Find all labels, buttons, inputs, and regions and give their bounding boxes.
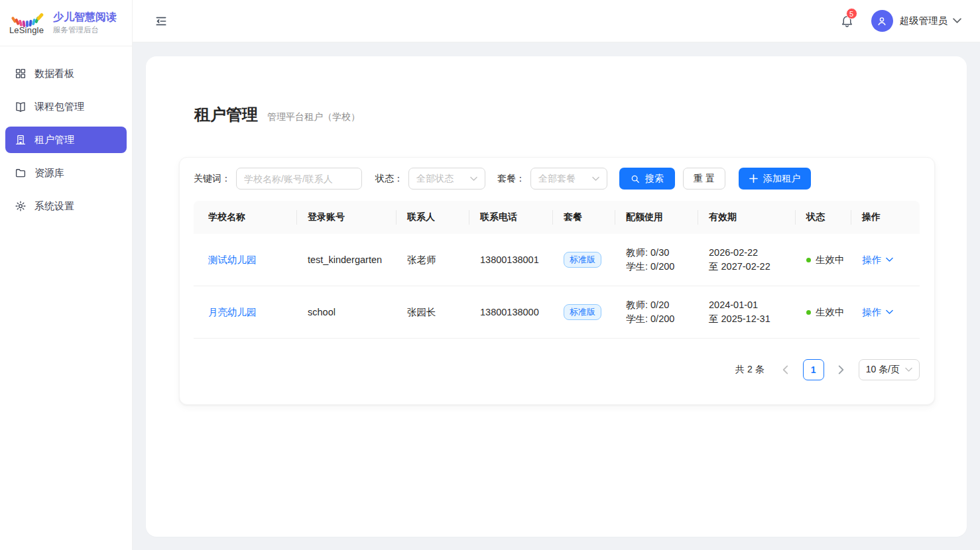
brand-text: 少儿智慧阅读 服务管理后台 [53,11,117,35]
col-plan: 套餐 [553,201,615,234]
contact-cell: 张老师 [397,234,469,286]
folder-icon [15,167,27,179]
col-validity: 有效期 [698,201,796,234]
book-icon [15,101,27,113]
building-icon [15,134,27,146]
validity-cell: 2026-02-22 至 2027-02-22 [698,234,796,286]
phone-cell: 13800138001 [469,234,553,286]
brand-logo: LeSingle 少儿智慧阅读 服务管理后台 [0,0,132,46]
table-row: 月亮幼儿园 school 张园长 13800138000 标准版 教师: 0/2… [194,286,920,339]
sidebar-item-label: 课程包管理 [34,101,84,113]
page-title: 租户管理 [194,104,258,125]
school-link[interactable]: 月亮幼儿园 [208,307,257,317]
school-link[interactable]: 测试幼儿园 [208,254,257,265]
sidebar-collapse-icon[interactable] [154,15,168,28]
notification-bell-icon[interactable]: 5 [840,14,854,28]
reset-button[interactable]: 重 置 [683,168,725,190]
sidebar-item-label: 资源库 [34,167,64,180]
col-actions: 操作 [851,201,920,234]
status-dot [806,258,811,262]
col-school: 学校名称 [194,201,297,234]
sidebar-item-label: 租户管理 [34,134,74,146]
quota-cell: 教师: 0/20 学生: 0/200 [615,286,698,339]
chevron-down-icon [905,367,912,372]
status-cell: 生效中 [796,286,851,339]
col-quota: 配额使用 [615,201,698,234]
page-size-value: 10 条/页 [866,364,900,376]
plan-badge: 标准版 [564,252,601,268]
contact-cell: 张园长 [397,286,469,339]
sidebar-item-resources[interactable]: 资源库 [5,160,127,186]
phone-cell: 13800138000 [469,286,553,339]
brand-subtitle: 服务管理后台 [53,25,117,35]
page-subtitle: 管理平台租户（学校） [267,111,360,123]
row-actions-dropdown[interactable]: 操作 [862,305,893,319]
topbar: 5 超级管理员 [133,0,980,42]
topbar-right: 5 超级管理员 [840,10,962,32]
chevron-down-icon [886,257,893,262]
keyword-input[interactable] [236,168,362,190]
validity-cell: 2024-01-01 至 2025-12-31 [698,286,796,339]
status-dot [806,310,811,315]
chevron-down-icon[interactable] [953,18,961,24]
col-phone: 联系电话 [469,201,553,234]
sidebar-item-course-packages[interactable]: 课程包管理 [5,93,127,120]
table-row: 测试幼儿园 test_kindergarten 张老师 13800138001 … [194,234,920,286]
chevron-down-icon [470,176,477,182]
tenant-panel: 关键词： 状态： 全部状态 套餐： 全部套餐 [179,157,935,405]
sidebar-menu: 数据看板 课程包管理 租户管理 资源库 [0,46,132,219]
tenant-table: 学校名称 登录账号 联系人 联系电话 套餐 配额使用 有效期 状态 操作 [194,201,920,339]
search-button[interactable]: 搜索 [619,168,675,190]
plan-label: 套餐： [497,173,525,185]
add-tenant-button[interactable]: 添加租户 [739,168,811,190]
plan-badge: 标准版 [564,304,601,320]
pagination-total: 共 2 条 [735,364,765,376]
sidebar-item-label: 数据看板 [34,68,74,80]
status-select-value: 全部状态 [416,173,454,185]
brand-logo-text: LeSingle [8,27,45,34]
username[interactable]: 超级管理员 [900,15,948,27]
brand-title: 少儿智慧阅读 [53,11,117,24]
col-contact: 联系人 [397,201,469,234]
page-header: 租户管理 管理平台租户（学校） [194,104,935,125]
status-badge: 生效中 [816,307,845,317]
sidebar-item-label: 系统设置 [34,200,74,213]
logo-smile-icon [11,12,42,27]
chevron-down-icon [886,309,893,315]
content-card: 租户管理 管理平台租户（学校） 关键词： 状态： 全部状态 套餐： [146,56,967,537]
dashboard-icon [15,68,27,80]
table-header-row: 学校名称 登录账号 联系人 联系电话 套餐 配额使用 有效期 状态 操作 [194,201,920,234]
status-select[interactable]: 全部状态 [408,168,485,190]
status-cell: 生效中 [796,234,851,286]
chevron-down-icon [592,176,599,182]
col-account: 登录账号 [297,201,397,234]
plan-select[interactable]: 全部套餐 [530,168,607,190]
brand-logo-icon: LeSingle [8,12,45,34]
pagination-next-icon[interactable] [831,359,852,380]
keyword-label: 关键词： [194,173,231,185]
pagination-prev-icon[interactable] [775,359,796,380]
pagination: 共 2 条 1 10 条/页 [194,359,920,380]
main-content: 租户管理 管理平台租户（学校） 关键词： 状态： 全部状态 套餐： [133,42,980,550]
notification-count-badge: 5 [846,8,857,19]
status-label: 状态： [375,173,403,185]
account-cell: test_kindergarten [297,234,397,286]
sidebar: LeSingle 少儿智慧阅读 服务管理后台 数据看板 课程包管理 [0,0,133,550]
sidebar-item-tenants[interactable]: 租户管理 [5,127,127,153]
page-size-select[interactable]: 10 条/页 [859,359,920,380]
sidebar-item-dashboard[interactable]: 数据看板 [5,60,127,87]
avatar[interactable] [871,10,893,32]
status-badge: 生效中 [816,254,845,265]
gear-icon [15,200,27,212]
account-cell: school [297,286,397,339]
col-status: 状态 [796,201,851,234]
filter-bar: 关键词： 状态： 全部状态 套餐： 全部套餐 [194,168,918,190]
plus-icon [749,174,758,183]
pagination-page-1[interactable]: 1 [803,359,824,380]
row-actions-dropdown[interactable]: 操作 [862,253,893,267]
quota-cell: 教师: 0/30 学生: 0/200 [615,234,698,286]
plan-select-value: 全部套餐 [538,173,576,185]
sidebar-item-settings[interactable]: 系统设置 [5,193,127,219]
app-root: LeSingle 少儿智慧阅读 服务管理后台 数据看板 课程包管理 [0,0,980,550]
search-icon [631,174,640,184]
